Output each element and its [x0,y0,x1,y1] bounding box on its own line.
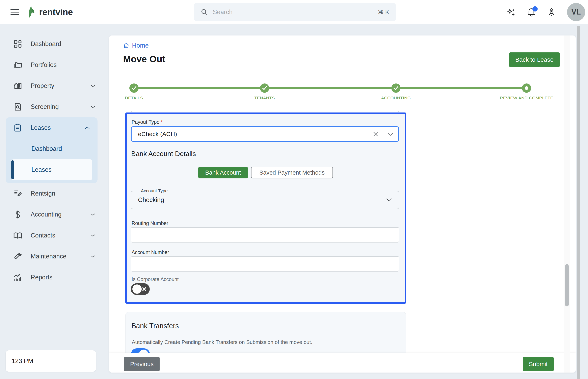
sidebar-item-label: Screening [31,103,59,111]
folder-icon [13,61,22,69]
submit-button[interactable]: Submit [523,357,554,371]
routing-number-input[interactable] [131,227,399,242]
sidebar-item-property[interactable]: Property [0,75,103,96]
routing-number-label: Routing Number [132,220,168,226]
sidebar-item-label: Contacts [31,232,55,239]
sidebar-item-label: Property [31,82,54,90]
avatar-initials: VL [572,8,581,16]
bank-transfers-heading: Bank Transfers [131,322,179,330]
step-label-accounting: ACCOUNTING [381,95,411,100]
breadcrumb[interactable]: Home [123,42,149,49]
step-accounting-complete-icon[interactable] [391,83,401,93]
account-type-value: Checking [138,196,164,204]
sidebar-item-label: Reports [31,274,53,281]
step-label-tenants: TENANTS [254,95,275,100]
search-bar[interactable]: ⌘ K [194,3,396,21]
payout-type-value: eCheck (ACH) [138,131,177,138]
clear-x-icon[interactable] [373,131,378,137]
bank-transfers-description: Automatically Create Pending Bank Transf… [132,339,312,345]
sidebar-group-leases: Leases Dashboard Leases [6,117,98,183]
sidebar-subitem-leases-leases[interactable]: Leases [11,159,92,180]
sidebar-subitem-leases-dashboard[interactable]: Dashboard [6,138,98,159]
home-icon [123,42,130,49]
payout-type-label: Payout Type* [132,119,163,125]
payout-highlight-box: Payout Type* eCheck (ACH) Bank Account D… [125,112,406,304]
notification-badge-dot [532,6,538,12]
sidebar-item-label: Leases [31,166,52,173]
search-input[interactable] [213,8,378,16]
brand-name: rentvine [39,7,73,17]
sidebar-item-dashboard[interactable]: Dashboard [0,33,103,54]
chevron-down-icon [90,84,95,88]
account-number-input[interactable] [131,256,399,271]
window-scrollbar-thumb[interactable] [577,26,580,379]
lease-clipboard-icon [13,123,22,132]
sidebar-item-label: Portfolios [31,61,57,69]
bank-account-tab-button[interactable]: Bank Account [198,167,248,178]
step-tenants-complete-icon[interactable] [260,83,269,93]
search-icon [201,8,208,16]
clock-time: 123 PM [12,357,33,365]
dashboard-grid-icon [13,40,22,48]
bank-account-details-heading: Bank Account Details [131,150,196,158]
is-corporate-account-toggle[interactable] [131,283,150,295]
step-review-current-icon[interactable] [522,83,531,93]
search-shortcut-hint: ⌘ K [378,9,389,16]
page-title: Move Out [123,54,166,64]
sidebar-item-leases[interactable]: Leases [6,117,98,138]
chevron-down-icon [90,255,95,258]
chevron-down-icon [90,213,95,216]
reports-chart-icon [13,273,22,282]
step-details-complete-icon[interactable] [129,83,139,93]
screening-document-icon [13,102,22,111]
chevron-down-icon [90,105,95,109]
sidebar: Dashboard Portfolios Property [0,24,103,379]
breadcrumb-home-link[interactable]: Home [132,42,149,49]
account-type-select[interactable]: Account Type Checking [131,191,399,209]
card-scrollbar-thumb[interactable] [565,264,569,306]
chevron-down-icon [386,198,392,202]
sidebar-item-reports[interactable]: Reports [0,267,103,288]
back-to-lease-button[interactable]: Back to Lease [509,52,560,67]
sidebar-item-accounting[interactable]: Accounting [0,204,103,225]
card-scrollbar-track[interactable] [564,35,570,373]
sidebar-item-portfolios[interactable]: Portfolios [0,54,103,75]
select-divider [383,129,383,139]
chevron-down-icon[interactable] [388,132,393,136]
chevron-down-icon [90,234,95,237]
rentvine-leaf-icon [27,6,36,18]
step-label-review-and-complete: REVIEW AND COMPLETE [500,95,553,100]
main-content-card: Home Move Out Back to Lease DETAILS TENA… [109,35,576,373]
sidebar-item-label: Maintenance [31,253,66,260]
sidebar-item-label: Rentsign [31,190,55,197]
hamburger-menu-icon[interactable] [11,8,19,16]
avatar[interactable]: VL [567,3,585,21]
notifications-bell-icon[interactable] [527,7,536,17]
stepper-connector-line [134,87,527,89]
clock-widget: 123 PM [6,350,96,372]
contacts-book-icon [13,231,22,240]
rocket-icon[interactable] [547,7,556,17]
is-corporate-account-label: Is Corporate Account [132,276,179,282]
rentsign-signature-icon [13,189,22,198]
property-house-icon [13,81,22,90]
toggle-x-icon [142,287,147,291]
saved-payment-methods-tab-button[interactable]: Saved Payment Methods [251,167,333,178]
sidebar-item-label: Dashboard [31,145,62,152]
previous-button[interactable]: Previous [124,357,160,371]
chevron-up-icon [85,126,90,129]
sidebar-item-screening[interactable]: Screening [0,96,103,117]
brand-logo[interactable]: rentvine [27,6,73,18]
sidebar-item-maintenance[interactable]: Maintenance [0,246,103,267]
account-number-label: Account Number [132,249,169,255]
wrench-icon [13,252,22,261]
topbar-actions: VL [507,0,585,24]
sparkles-icon[interactable] [507,7,516,17]
sidebar-item-contacts[interactable]: Contacts [0,225,103,246]
payout-type-select[interactable]: eCheck (ACH) [131,126,399,142]
partial-input-above[interactable] [131,102,399,112]
sidebar-item-label: Leases [31,124,51,131]
sidebar-item-rentsign[interactable]: Rentsign [0,183,103,204]
account-type-label: Account Type [139,188,170,193]
wizard-footer-bar: Previous Submit [109,353,576,373]
